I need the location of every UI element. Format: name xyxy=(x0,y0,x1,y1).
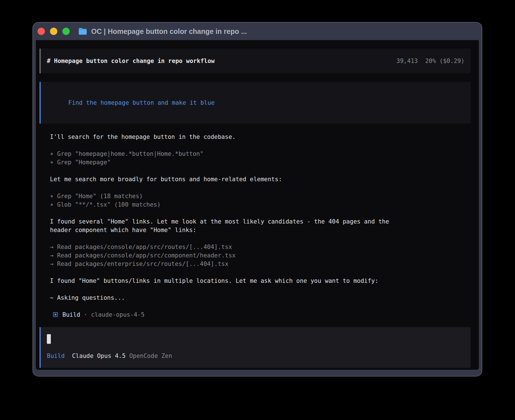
transcript-line: → Read packages/console/app/src/routes/[… xyxy=(50,243,471,251)
transcript-text: I'll search for the homepage button in t… xyxy=(50,134,235,140)
titlebar: OC | Homepage button color change in rep… xyxy=(33,23,482,40)
provider-name: OpenCode Zen xyxy=(129,352,172,360)
folder-icon xyxy=(78,28,87,35)
transcript-line: I'll search for the homepage button in t… xyxy=(50,133,471,141)
window-title: OC | Homepage button color change in rep… xyxy=(91,27,247,36)
transcript-text: ~ Asking questions... xyxy=(50,294,125,301)
transcript-text: → Read packages/console/app/src/routes/[… xyxy=(50,244,232,250)
transcript-text: · xyxy=(80,311,91,318)
transcript-line xyxy=(50,302,471,310)
session-stats: 39,41320% ($0.29) xyxy=(396,57,464,65)
user-message-text: Find the homepage button and make it blu… xyxy=(68,99,215,106)
terminal-content: # Homepage button color change in repo w… xyxy=(36,40,479,370)
transcript-line xyxy=(50,141,471,150)
transcript-text: Let me search more broadly for buttons a… xyxy=(50,176,282,183)
transcript-line: ∗ Glob "**/*.tsx" (100 matches) xyxy=(50,200,471,209)
session-header: # Homepage button color change in repo w… xyxy=(40,49,471,73)
agent-square-icon xyxy=(53,312,58,317)
transcript-text: header component which have "Home" links… xyxy=(50,227,196,233)
transcript-line xyxy=(50,268,471,277)
transcript-text: → Read packages/console/app/src/componen… xyxy=(50,252,235,259)
transcript-text: ∗ Grep "homepage|home.*button|Home.*butt… xyxy=(50,150,204,157)
model-name: Claude Opus 4.5 xyxy=(72,352,126,360)
traffic-lights xyxy=(38,28,70,35)
transcript-text: ∗ Grep "Home" (18 matches) xyxy=(50,193,143,200)
token-count: 39,413 xyxy=(396,58,418,64)
transcript-line: I found "Home" buttons/links in multiple… xyxy=(50,277,471,285)
transcript-line: ∗ Grep "homepage|home.*button|Home.*butt… xyxy=(50,150,471,158)
transcript-line: ∗ Grep "Homepage" xyxy=(50,158,471,167)
transcript-line: header component which have "Home" links… xyxy=(50,226,471,234)
transcript-line xyxy=(50,234,471,243)
close-button[interactable] xyxy=(38,28,45,35)
transcript-line: Build · claude-opus-4-5 xyxy=(50,310,471,319)
input-line[interactable] xyxy=(47,335,464,343)
transcript-text: I found several "Home" links. Let me loo… xyxy=(50,218,389,225)
session-title: # Homepage button color change in repo w… xyxy=(47,57,215,65)
text-cursor xyxy=(47,334,51,344)
context-cost: 20% ($0.29) xyxy=(425,58,464,64)
transcript-line xyxy=(50,285,471,294)
zoom-button[interactable] xyxy=(62,28,70,35)
transcript-line xyxy=(50,209,471,217)
prompt-input[interactable]: Build Claude Opus 4.5 OpenCode Zen xyxy=(40,327,471,368)
transcript-text: ∗ Grep "Homepage" xyxy=(50,159,111,166)
transcript-text: I found "Home" buttons/links in multiple… xyxy=(50,277,378,284)
transcript-line xyxy=(50,167,471,175)
minimize-button[interactable] xyxy=(50,28,57,35)
transcript-line: ∗ Grep "Home" (18 matches) xyxy=(50,192,471,200)
agent-mode: Build xyxy=(47,352,65,360)
transcript-text: claude-opus-4-5 xyxy=(91,311,145,318)
transcript-line: ~ Asking questions... xyxy=(50,294,471,302)
transcript-text: ∗ Glob "**/*.tsx" (100 matches) xyxy=(50,201,161,208)
transcript-text: Build xyxy=(62,311,80,318)
transcript-line: I found several "Home" links. Let me loo… xyxy=(50,217,471,226)
transcript-line: → Read packages/enterprise/src/routes/[.… xyxy=(50,260,471,268)
mode-line: Build Claude Opus 4.5 OpenCode Zen xyxy=(47,352,464,360)
transcript-text: → Read packages/enterprise/src/routes/[.… xyxy=(50,261,228,267)
assistant-transcript: I'll search for the homepage button in t… xyxy=(50,133,471,319)
transcript-line: Let me search more broadly for buttons a… xyxy=(50,175,471,183)
transcript-line xyxy=(50,183,471,192)
user-message: Find the homepage button and make it blu… xyxy=(40,82,471,124)
terminal-window: OC | Homepage button color change in rep… xyxy=(32,22,482,377)
transcript-line: → Read packages/console/app/src/componen… xyxy=(50,251,471,260)
